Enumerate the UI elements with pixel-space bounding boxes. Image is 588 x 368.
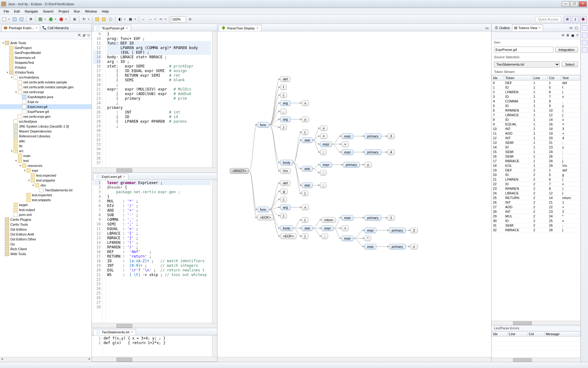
trim-button[interactable] [582,40,587,45]
vertical-scrollbar[interactable] [212,31,217,167]
tree-node[interactable]: GenProject [0,45,92,50]
parse-node[interactable]: stat [302,137,313,143]
action-icon[interactable]: ▣ [571,33,574,37]
table-row[interactable]: 0DEF11def [492,81,580,85]
tree-node[interactable]: attic [0,139,92,144]
zoom-fit-button[interactable]: ⊙ [187,16,193,22]
select-button[interactable]: Select [562,62,578,67]
tree-node[interactable]: net.certiv.antlr.xvisitor.sample [0,80,92,85]
parse-node[interactable]: * [364,236,371,241]
parse-node[interactable]: ) [280,213,287,218]
tree-node[interactable]: JRE System Library [JavaSE-1.8] [0,124,92,129]
horizontal-scrollbar[interactable] [217,357,491,362]
parse-node[interactable]: , [280,109,287,114]
tree-node[interactable]: Web Tools [0,251,92,256]
parse-node[interactable]: \r\n [280,168,291,174]
debug-perspective-button[interactable]: 🐞 [580,16,586,23]
toggle-mark-button[interactable]: ◧ [117,16,123,22]
parse-node[interactable]: func [257,122,269,128]
table-row[interactable]: 10INT1183 [492,127,580,131]
package-tree[interactable]: ▾Antlr ToolsGenProjectGenProjectModelGra… [0,39,92,357]
table-row[interactable]: 3ID17x [492,94,580,99]
parse-node[interactable]: stat [302,166,313,171]
parse-node[interactable]: func [257,207,269,212]
code-area[interactable]: lexer grammar ExprLexer ;@header { packa… [106,180,212,323]
parse-node[interactable]: primary [364,149,381,155]
parse-node[interactable]: 2 [410,228,418,233]
menu-run[interactable]: Run [71,9,82,14]
tree-node[interactable]: Rich Client [0,247,92,251]
tree-node[interactable]: ExprParser.g4 [0,109,92,114]
table-row[interactable]: 4COMMA18, [492,99,580,104]
nav-back-button[interactable]: ← [141,16,147,22]
table-row[interactable]: 14ID123y [492,145,580,150]
parse-node[interactable]: <EOF> [280,233,296,239]
parse-node[interactable]: primary [343,162,360,167]
tree-node[interactable]: test-output [0,207,92,212]
parse-node[interactable]: 3 [387,133,395,139]
tree-node[interactable]: Dsl Editors Other [0,237,92,242]
parse-node[interactable]: ) [280,125,287,130]
parse-node[interactable]: stat [302,225,313,231]
tree-node[interactable]: XVisitor [0,65,92,70]
tree-node[interactable]: target [0,202,92,207]
table-row[interactable]: 30ID225x [492,219,580,223]
parse-node[interactable]: y [302,117,309,122]
parse-node[interactable]: x [302,100,309,106]
col-header[interactable]: Token [504,75,532,81]
tree-node[interactable]: GenProjectModel [0,50,92,55]
new-button[interactable] [1,16,7,22]
parse-node[interactable]: ; [320,149,326,155]
trim-button[interactable] [582,47,587,53]
search-button[interactable] [107,16,114,22]
parse-node[interactable]: x [302,205,309,210]
parse-node[interactable]: f [280,84,287,90]
tree-node[interactable]: net.certiv.expr.gen [0,114,92,119]
parse-node[interactable]: ; [322,233,328,239]
code-area[interactable]: def f(x,y) { x = 3+4; y; ; }def g(x) { r… [102,335,212,357]
trim-button[interactable] [582,33,587,38]
tree-node[interactable]: ▾src/main/java [0,75,92,80]
parse-node[interactable]: primary [389,228,406,233]
open-task-button[interactable] [101,16,107,22]
tree-node[interactable]: Go [0,242,92,247]
parse-node[interactable]: = [320,133,327,139]
col-header[interactable]: Text [561,75,580,81]
parse-node[interactable]: x [410,244,418,249]
parse-node[interactable]: stat [302,182,313,188]
tree-node[interactable]: SnippetsTest [0,60,92,65]
tree-node[interactable]: ▾obs [0,183,92,188]
menu-file[interactable]: File [1,9,12,14]
horizontal-scrollbar[interactable] [492,358,580,362]
close-icon[interactable]: ✕ [126,27,128,30]
tree-node[interactable]: Grammars-v4 [0,55,92,60]
parse-node[interactable]: <ROOT> [230,168,249,174]
tree-node[interactable]: Referenced Libraries [0,134,92,139]
col-header[interactable]: Idx [492,332,508,337]
col-header[interactable]: Message [545,332,580,337]
ext-tools-button[interactable] [58,16,64,22]
collapse-all-icon[interactable]: ⇱ [78,33,81,37]
twisty-icon[interactable]: ▾ [6,71,9,74]
build-button[interactable]: ⚙ [28,16,34,22]
trim-button[interactable] [582,25,587,31]
debug-button[interactable] [37,16,43,22]
table-row[interactable]: 22ID27x [492,182,580,186]
tab-package-explorer[interactable]: 📦 Package Explo... ✕ [1,25,40,31]
parse-node[interactable]: expr [364,228,376,233]
table-row[interactable]: 18EOL129\r\n [492,163,580,168]
twisty-icon[interactable]: ▾ [31,184,35,187]
menu-edit[interactable]: Edit [12,9,22,14]
open-type-button[interactable] [94,16,100,22]
parse-node[interactable]: arg [280,100,291,106]
tree-node[interactable]: Maven Dependencies [0,129,92,134]
zoom-combo[interactable] [171,16,186,22]
table-row[interactable]: 12INT1204 [492,136,580,140]
parse-node[interactable]: g [280,189,288,194]
open-perspective-button[interactable]: ⊞ [564,16,571,23]
parse-node[interactable]: } [302,233,308,239]
parse-node[interactable]: primary [389,244,406,249]
editor-tab-lexer[interactable]: 📄 ExprLexer.g4 ✕ [93,174,128,180]
close-icon[interactable]: ✕ [36,26,38,29]
parse-node[interactable]: 1 [387,215,395,220]
